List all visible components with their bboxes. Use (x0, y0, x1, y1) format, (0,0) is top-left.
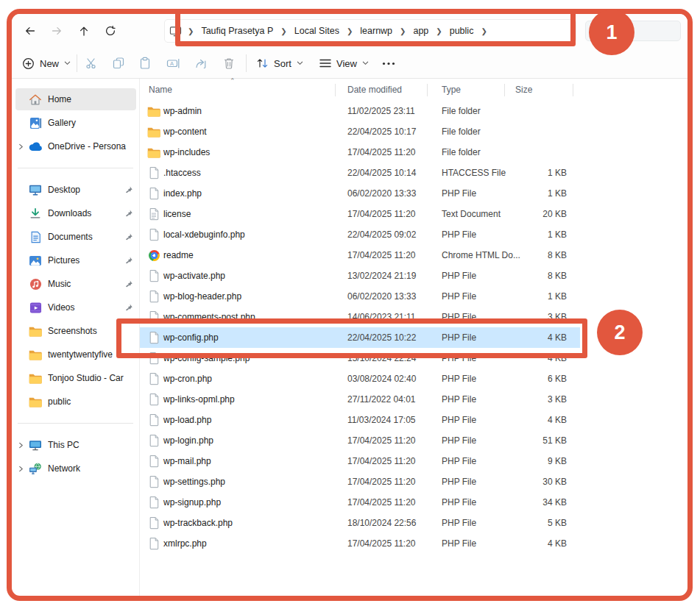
file-row-wp-admin[interactable]: wp-admin11/02/2025 23:11File folder (140, 101, 580, 121)
chevron-right-icon[interactable] (15, 442, 26, 449)
breadcrumb-segment[interactable]: Local Sites (291, 26, 342, 36)
refresh-icon[interactable] (102, 23, 119, 39)
sidebar-item-onedrive-persona[interactable]: OneDrive - Persona (12, 135, 139, 158)
column-divider[interactable] (335, 84, 336, 96)
file-name: wp-signup.php (163, 497, 221, 508)
file-row-local-xdebuginfo-php[interactable]: local-xdebuginfo.php22/04/2025 09:02PHP … (140, 224, 580, 245)
file-row-wp-comments-post-php[interactable]: wp-comments-post.php14/06/2023 21:11PHP … (140, 307, 580, 327)
sidebar-item-home[interactable]: Home (12, 88, 139, 111)
file-size: 3 KB (512, 394, 567, 405)
column-header-name[interactable]: Name (149, 85, 172, 95)
sidebar-item-music[interactable]: Music (12, 272, 139, 296)
file-row-wp-settings-php[interactable]: wp-settings.php17/04/2025 11:20PHP File3… (140, 471, 580, 492)
plus-circle-icon (22, 57, 35, 70)
chevron-right-icon[interactable] (15, 466, 26, 472)
sort-button-label: Sort (274, 58, 291, 69)
file-size: 4 KB (512, 538, 567, 549)
sidebar-item-downloads[interactable]: Downloads (12, 202, 139, 225)
file-row-license[interactable]: license17/04/2025 11:20Text Document20 K… (140, 204, 580, 224)
share-button[interactable] (194, 54, 208, 73)
file-date-modified: 17/04/2025 11:20 (347, 147, 416, 157)
file-row-wp-config-sample-php[interactable]: wp-config-sample.php15/10/2024 22:24PHP … (140, 348, 580, 368)
breadcrumb-chevron-icon[interactable]: ❯ (431, 27, 446, 35)
file-row-wp-mail-php[interactable]: wp-mail.php17/04/2025 11:20PHP File9 KB (140, 451, 580, 471)
column-divider[interactable] (504, 84, 505, 96)
breadcrumb-chevron-icon[interactable]: ❯ (276, 27, 291, 35)
file-row-wp-login-php[interactable]: wp-login.php17/04/2025 11:20PHP File51 K… (140, 430, 580, 451)
breadcrumb-segment[interactable]: learnwp (357, 26, 395, 36)
file-size: 8 KB (512, 250, 567, 260)
file-row-index-php[interactable]: index.php06/02/2020 13:33PHP File1 KB (140, 183, 580, 204)
sidebar-item-public[interactable]: public (12, 390, 139, 413)
address-bar[interactable]: ❯ Taufiq Prasetya P❯Local Sites❯learnwp❯… (164, 19, 576, 43)
up-icon[interactable] (76, 23, 92, 39)
paste-button[interactable] (138, 54, 152, 73)
file-name: wp-login.php (163, 435, 213, 446)
pictures-icon (28, 254, 43, 267)
sidebar-item-gallery[interactable]: Gallery (12, 111, 139, 135)
file-row-wp-config-php[interactable]: wp-config.php22/04/2025 10:22PHP File4 K… (140, 327, 580, 348)
new-button[interactable]: New (22, 54, 71, 73)
file-row--htaccess[interactable]: .htaccess22/04/2025 10:14HTACCESS File1 … (140, 163, 580, 183)
file-row-readme[interactable]: readme17/04/2025 11:20Chrome HTML Do...8… (140, 245, 580, 266)
sidebar-item-tonjoo-studio-car[interactable]: Tonjoo Studio - Car (12, 366, 139, 390)
column-divider[interactable] (573, 84, 573, 96)
file-row-wp-cron-php[interactable]: wp-cron.php03/08/2024 02:40PHP File6 KB (140, 368, 580, 389)
file-icon (147, 393, 160, 407)
breadcrumb-chevron-icon[interactable]: ❯ (476, 27, 491, 35)
file-name: wp-config.php (163, 332, 219, 343)
copy-button[interactable] (112, 54, 125, 73)
file-row-wp-blog-header-php[interactable]: wp-blog-header.php06/02/2020 13:33PHP Fi… (140, 286, 580, 307)
file-name: wp-admin (163, 106, 202, 116)
file-icon (147, 372, 160, 386)
sidebar-item-network[interactable]: Network (12, 457, 139, 480)
breadcrumb-chevron-icon[interactable]: ❯ (395, 27, 410, 35)
breadcrumb-chevron-icon[interactable]: ❯ (342, 27, 357, 35)
file-name: wp-load.php (163, 415, 211, 425)
sidebar-item-desktop[interactable]: Desktop (12, 178, 139, 202)
sidebar-item-videos[interactable]: Videos (12, 296, 139, 319)
sidebar-item-label: This PC (48, 440, 139, 450)
file-row-xmlrpc-php[interactable]: xmlrpc.php17/04/2025 11:20PHP File4 KB (140, 533, 580, 554)
breadcrumb-segment[interactable]: app (410, 26, 431, 36)
chevron-right-icon[interactable] (15, 143, 26, 150)
rename-button[interactable]: A (166, 54, 180, 73)
sort-button[interactable]: Sort (256, 54, 303, 73)
sidebar-item-this-pc[interactable]: This PC (12, 433, 139, 457)
file-row-wp-load-php[interactable]: wp-load.php11/03/2024 17:05PHP File4 KB (140, 410, 580, 430)
svg-text:A: A (170, 60, 174, 67)
column-header-date-modified[interactable]: Date modified (347, 85, 402, 95)
sidebar-item-screenshots[interactable]: Screenshots (12, 319, 139, 343)
file-size: 1 KB (512, 229, 567, 240)
column-header-size[interactable]: Size (515, 85, 532, 95)
cut-button[interactable] (85, 54, 98, 73)
sidebar-item-documents[interactable]: Documents (12, 225, 139, 249)
file-row-wp-includes[interactable]: wp-includes17/04/2025 11:20File folder (140, 142, 580, 163)
sidebar-item-label: Tonjoo Studio - Car (48, 373, 139, 383)
file-type: PHP File (442, 332, 476, 343)
column-divider[interactable] (427, 84, 428, 96)
breadcrumb-segment[interactable]: public (447, 26, 477, 36)
file-row-wp-content[interactable]: wp-content22/04/2025 10:17File folder (140, 121, 580, 142)
forward-icon[interactable] (49, 23, 65, 39)
sidebar-item-twentytwentyfive[interactable]: twentytwentyfive (12, 343, 139, 366)
sidebar-item-pictures[interactable]: Pictures (12, 249, 139, 272)
sidebar-item-label: Videos (48, 302, 124, 313)
more-options-button[interactable] (382, 54, 395, 73)
file-row-wp-signup-php[interactable]: wp-signup.php17/04/2025 11:20PHP File34 … (140, 492, 580, 513)
file-name: wp-includes (163, 147, 210, 157)
file-size: 3 KB (512, 312, 567, 322)
back-icon[interactable] (21, 23, 38, 39)
folder-icon (147, 146, 160, 160)
file-row-wp-links-opml-php[interactable]: wp-links-opml.php27/11/2022 04:01PHP Fil… (140, 389, 580, 410)
file-type: PHP File (442, 291, 476, 302)
view-button[interactable]: View (319, 54, 369, 73)
breadcrumb-segment[interactable]: Taufiq Prasetya P (198, 26, 276, 36)
column-header-type[interactable]: Type (442, 85, 461, 95)
file-name: wp-links-opml.php (163, 394, 235, 405)
file-row-wp-trackback-php[interactable]: wp-trackback.php18/10/2024 22:56PHP File… (140, 513, 580, 533)
file-size: 5 KB (512, 518, 567, 528)
file-row-wp-activate-php[interactable]: wp-activate.php13/02/2024 21:19PHP File8… (140, 266, 580, 286)
sidebar-item-label: Desktop (48, 185, 124, 195)
delete-button[interactable] (222, 54, 236, 73)
